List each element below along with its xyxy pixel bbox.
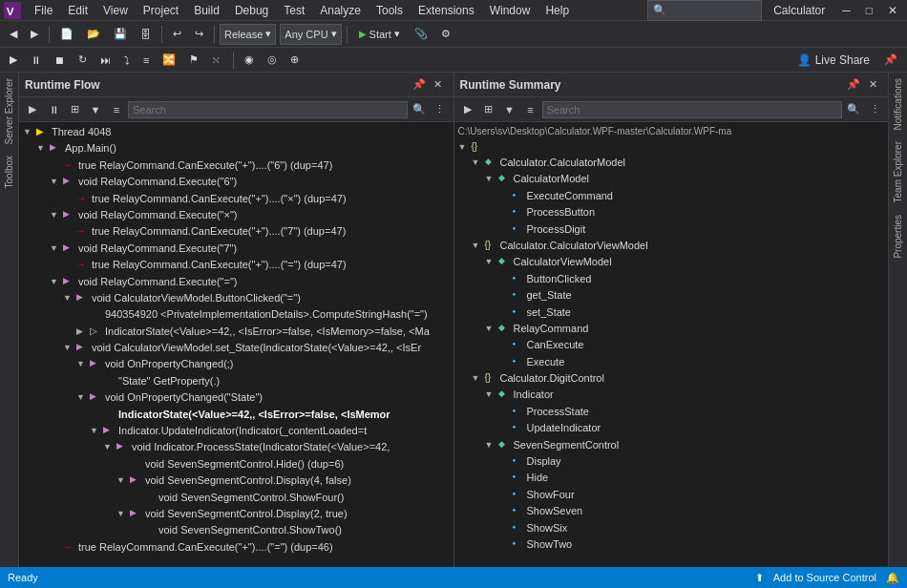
redo-button[interactable]: ↪: [189, 24, 209, 45]
expand-icon-n1[interactable]: ▼: [36, 141, 50, 155]
sum-filter1[interactable]: ▼: [500, 100, 519, 119]
live-share-button[interactable]: 👤 Live Share: [791, 51, 876, 70]
expand-icon-n12[interactable]: ▶: [76, 325, 90, 338]
flow-btn2[interactable]: ⏸: [44, 100, 63, 119]
runtime-flow-pin[interactable]: 📌: [410, 75, 429, 94]
save-button[interactable]: 💾: [108, 24, 133, 45]
node-text-n16: void OnPropertyChanged("State"): [105, 390, 454, 405]
expand-icon-r23: [498, 521, 512, 522]
attach-button[interactable]: 📎: [409, 24, 433, 45]
expand-icon-r2[interactable]: ▼: [485, 172, 498, 185]
expand-icon-r7[interactable]: ▼: [485, 255, 498, 268]
toolbar2-btn4[interactable]: ↻: [73, 50, 93, 71]
flow-search-btn[interactable]: 🔍: [410, 100, 429, 119]
flow-search-input[interactable]: [128, 101, 408, 118]
close-button[interactable]: ✕: [882, 0, 903, 21]
menu-build[interactable]: Build: [186, 2, 227, 19]
flow-scroll[interactable]: ⋮: [431, 100, 450, 119]
toolbar2-btn10[interactable]: ⛌: [206, 50, 228, 71]
sidebar-item-server-explorer[interactable]: Server Explorer: [2, 73, 16, 150]
back-button[interactable]: ◀: [4, 24, 23, 45]
toolbar2-btn1[interactable]: ▶: [4, 50, 23, 71]
expand-icon-n7[interactable]: ▼: [50, 242, 63, 255]
forward-button[interactable]: ▶: [25, 24, 44, 45]
minimize-button[interactable]: ─: [836, 0, 856, 21]
sum-scroll[interactable]: ⋮: [865, 100, 884, 119]
expand-icon-r15[interactable]: ▼: [485, 388, 498, 401]
new-project-button[interactable]: 📄: [54, 24, 79, 45]
summary-close[interactable]: ✕: [863, 75, 882, 94]
menu-file[interactable]: File: [27, 2, 60, 19]
runtime-flow-close[interactable]: ✕: [429, 75, 448, 94]
toolbar2-btn12[interactable]: ◎: [262, 50, 283, 71]
open-button[interactable]: 📂: [81, 24, 106, 45]
expand-icon-r6[interactable]: ▼: [472, 239, 485, 252]
toolbar2-btn11[interactable]: ◉: [239, 50, 260, 71]
menu-edit[interactable]: Edit: [60, 2, 95, 19]
toolbar2-btn6[interactable]: ⤵: [118, 50, 136, 71]
expand-icon-n19[interactable]: ▼: [103, 440, 116, 453]
sum-filter2[interactable]: ≡: [521, 100, 540, 119]
sum-btn2[interactable]: ⊞: [479, 100, 498, 119]
expand-icon-n3[interactable]: ▼: [50, 175, 63, 188]
menu-view[interactable]: View: [95, 2, 136, 19]
sum-btn1[interactable]: ▶: [458, 100, 477, 119]
menu-extensions[interactable]: Extensions: [411, 2, 482, 19]
expand-icon-n9[interactable]: ▼: [50, 275, 63, 288]
expand-icon-r1[interactable]: ▼: [472, 156, 485, 169]
status-bell-icon[interactable]: 🔔: [886, 572, 899, 584]
sidebar-item-team-explorer[interactable]: Team Explorer: [891, 136, 905, 208]
flow-filter1[interactable]: ▼: [86, 100, 105, 119]
toolbar2-btn7[interactable]: ≡: [137, 50, 155, 71]
expand-icon-n16[interactable]: ▼: [76, 390, 90, 404]
toolbar2-btn2[interactable]: ⏸: [25, 50, 47, 71]
menu-help[interactable]: Help: [538, 2, 577, 19]
save-all-button[interactable]: 🗄: [135, 24, 157, 45]
menu-analyze[interactable]: Analyze: [312, 2, 369, 19]
toolbar2-btn9[interactable]: ⚑: [183, 50, 204, 71]
expand-icon-r11[interactable]: ▼: [485, 322, 498, 335]
menu-debug[interactable]: Debug: [227, 2, 276, 19]
menu-test[interactable]: Test: [276, 2, 312, 19]
start-button[interactable]: ▶ Start ▾: [352, 24, 407, 45]
status-source-control-label[interactable]: Add to Source Control: [773, 572, 876, 583]
menu-project[interactable]: Project: [136, 2, 186, 19]
toolbar2-btn8[interactable]: 🔀: [157, 50, 181, 71]
expand-icon-n6: [63, 224, 76, 225]
undo-button[interactable]: ↩: [167, 24, 187, 45]
flow-filter2[interactable]: ≡: [107, 100, 126, 119]
settings-button[interactable]: ⚙: [435, 24, 456, 45]
sidebar-item-toolbox[interactable]: Toolbox: [2, 150, 16, 194]
expand-icon-n13[interactable]: ▼: [63, 341, 76, 354]
flow-btn1[interactable]: ▶: [23, 100, 42, 119]
expand-icon-n18[interactable]: ▼: [90, 424, 103, 437]
sidebar-item-properties[interactable]: Properties: [891, 209, 905, 264]
expand-icon-r14[interactable]: ▼: [472, 371, 485, 385]
menu-tools[interactable]: Tools: [369, 2, 411, 19]
expand-icon-n21[interactable]: ▼: [116, 473, 130, 487]
expand-icon-r0[interactable]: ▼: [458, 140, 472, 154]
pin-button[interactable]: 📌: [878, 50, 903, 71]
cpu-dropdown[interactable]: Any CPU ▾: [280, 24, 341, 45]
expand-icon-n14[interactable]: ▼: [76, 357, 90, 370]
maximize-button[interactable]: □: [860, 0, 878, 21]
sidebar-item-notifications[interactable]: Notifications: [891, 73, 905, 136]
expand-icon-t1[interactable]: ▼: [23, 125, 36, 138]
menu-window[interactable]: Window: [482, 2, 538, 19]
toolbar2-btn13[interactable]: ⊕: [285, 50, 305, 71]
expand-icon-n23[interactable]: ▼: [116, 507, 130, 520]
search-button[interactable]: 🔍: [647, 0, 762, 21]
separator2: [161, 26, 162, 43]
toolbar2-btn5[interactable]: ⏭: [95, 50, 116, 71]
summary-search-input[interactable]: [542, 101, 843, 118]
expand-icon-n10[interactable]: ▼: [63, 291, 76, 304]
sum-search-btn[interactable]: 🔍: [844, 100, 863, 119]
release-dropdown[interactable]: Release ▾: [220, 24, 276, 45]
summary-pin[interactable]: 📌: [844, 75, 863, 94]
flow-btn3[interactable]: ⊞: [65, 100, 84, 119]
toolbar2-btn3[interactable]: ⏹: [49, 50, 71, 71]
expand-icon-n5[interactable]: ▼: [50, 208, 63, 221]
search-icon: 🔍: [653, 4, 666, 16]
expand-icon-r18[interactable]: ▼: [485, 438, 498, 452]
node-text-n21: void SevenSegmentControl.Display(4, fals…: [145, 473, 454, 488]
